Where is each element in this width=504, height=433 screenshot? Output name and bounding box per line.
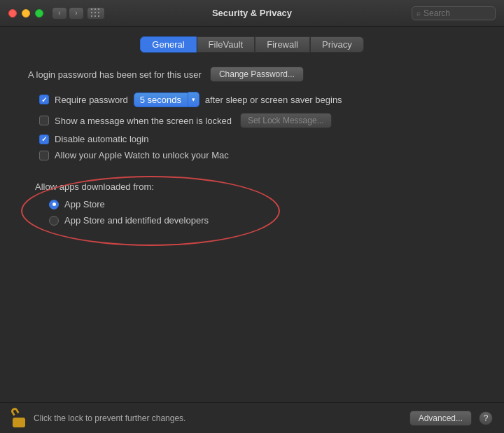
- app-store-label: App Store: [64, 199, 105, 209]
- options-group: Require password 5 seconds ▾ after sleep…: [39, 92, 476, 160]
- bottom-bar: Click the lock to prevent further change…: [0, 402, 504, 433]
- login-text: A login password has been set for this u…: [28, 69, 202, 80]
- require-password-row: Require password 5 seconds ▾ after sleep…: [39, 92, 476, 107]
- login-row: A login password has been set for this u…: [28, 67, 476, 82]
- after-sleep-label: after sleep or screen saver begins: [205, 95, 342, 105]
- tab-bar: General FileVault Firewall Privacy: [0, 27, 504, 60]
- lock-status-text: Click the lock to prevent further change…: [34, 413, 402, 423]
- app-store-identified-radio[interactable]: [49, 216, 59, 226]
- apple-watch-row: Allow your Apple Watch to unlock your Ma…: [39, 150, 476, 160]
- app-store-identified-label: App Store and identified developers: [64, 215, 209, 226]
- app-store-radio[interactable]: [49, 200, 59, 209]
- minimize-button[interactable]: [22, 9, 30, 18]
- content-area: A login password has been set for this u…: [0, 60, 504, 402]
- require-password-label: Require password: [55, 95, 128, 105]
- disable-autologin-label: Disable automatic login: [55, 134, 148, 144]
- search-input[interactable]: [424, 8, 479, 18]
- change-password-button[interactable]: Change Password...: [210, 67, 304, 82]
- lock-body: [13, 418, 25, 427]
- require-password-checkbox[interactable]: [39, 95, 49, 104]
- disable-autologin-checkbox[interactable]: [39, 135, 49, 144]
- window-title: Security & Privacy: [212, 8, 292, 18]
- apple-watch-checkbox[interactable]: [39, 151, 49, 160]
- tab-firewall[interactable]: Firewall: [255, 36, 310, 53]
- set-lock-message-button[interactable]: Set Lock Message...: [240, 113, 332, 128]
- search-icon: ⌕: [416, 9, 421, 17]
- dropdown-arrow-icon[interactable]: ▾: [188, 92, 200, 107]
- show-message-label: Show a message when the screen is locked: [55, 116, 232, 126]
- forward-button[interactable]: ›: [69, 7, 84, 20]
- search-box[interactable]: ⌕: [412, 6, 496, 20]
- password-interval-select[interactable]: 5 seconds: [134, 92, 188, 107]
- close-button[interactable]: [8, 9, 17, 18]
- traffic-lights: [8, 9, 43, 18]
- show-message-checkbox[interactable]: [39, 116, 49, 125]
- apple-watch-label: Allow your Apple Watch to unlock your Ma…: [55, 150, 229, 160]
- tab-privacy[interactable]: Privacy: [310, 36, 364, 53]
- titlebar: ‹ › Security & Privacy ⌕: [0, 0, 504, 27]
- radio-group: App Store App Store and identified devel…: [49, 199, 469, 226]
- password-interval-dropdown[interactable]: 5 seconds ▾: [134, 92, 200, 107]
- maximize-button[interactable]: [35, 9, 43, 18]
- tab-general[interactable]: General: [140, 36, 196, 53]
- disable-autologin-row: Disable automatic login: [39, 134, 476, 144]
- lock-icon[interactable]: [11, 409, 27, 427]
- nav-buttons: ‹ ›: [52, 7, 84, 20]
- tab-filevault[interactable]: FileVault: [197, 36, 255, 53]
- grid-button[interactable]: [87, 7, 105, 20]
- apps-title: Allow apps downloaded from:: [35, 181, 469, 192]
- apps-section: Allow apps downloaded from: App Store Ap…: [35, 181, 469, 226]
- app-store-identified-radio-row: App Store and identified developers: [49, 215, 469, 226]
- main-content: General FileVault Firewall Privacy A log…: [0, 27, 504, 402]
- advanced-button[interactable]: Advanced...: [410, 411, 472, 426]
- show-message-row: Show a message when the screen is locked…: [39, 113, 476, 128]
- app-store-radio-row: App Store: [49, 199, 469, 209]
- back-button[interactable]: ‹: [52, 7, 67, 20]
- lock-shackle: [10, 406, 20, 416]
- help-button[interactable]: ?: [479, 411, 493, 425]
